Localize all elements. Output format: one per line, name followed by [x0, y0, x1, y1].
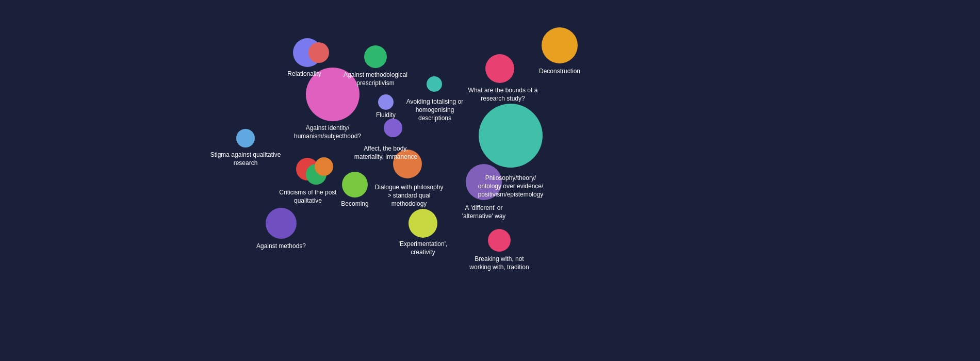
visualization-canvas	[0, 0, 980, 361]
